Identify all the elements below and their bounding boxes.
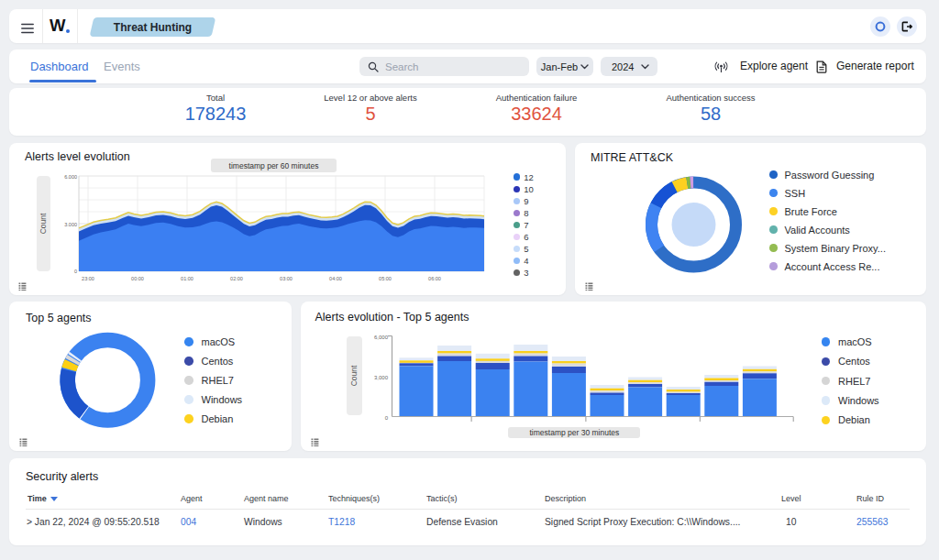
svg-text:02:00: 02:00	[230, 276, 243, 281]
svg-text:6.000: 6.000	[64, 174, 77, 180]
svg-text:3.000: 3.000	[64, 222, 77, 227]
svg-text:01:00: 01:00	[181, 276, 193, 281]
svg-text:04:00: 04:00	[329, 276, 342, 281]
svg-text:06:00: 06:00	[428, 276, 441, 281]
svg-text:0: 0	[74, 269, 77, 274]
svg-text:00:00: 00:00	[131, 276, 144, 281]
svg-text:05:00: 05:00	[379, 276, 392, 281]
svg-text:0: 0	[384, 415, 388, 421]
svg-text:3,000: 3,000	[373, 375, 388, 380]
svg-text:23:00: 23:00	[82, 276, 94, 281]
svg-text:6,000: 6,000	[373, 335, 388, 340]
svg-text:03:00: 03:00	[280, 276, 293, 281]
